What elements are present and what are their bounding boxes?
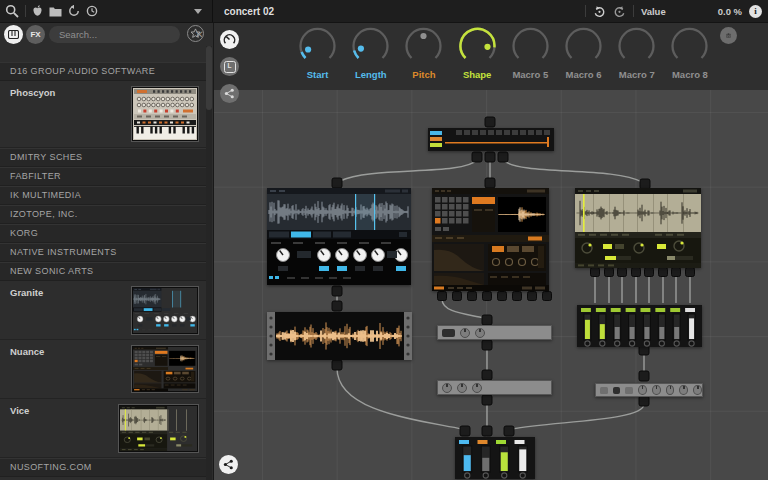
perform-view-button[interactable] [220,30,239,49]
favorites-button[interactable] [187,25,204,42]
node-audio-recorder[interactable] [267,312,412,360]
plugin-item-nuance[interactable]: Nuance [0,340,206,399]
graph-overlay-button[interactable] [219,455,238,474]
patch-port[interactable] [485,152,496,163]
plugin-item-granite[interactable]: Granite [0,281,206,340]
instrument-filter-button[interactable] [4,25,23,44]
button-chip[interactable] [625,387,633,394]
vendor-header[interactable]: IK MULTIMEDIA [0,186,206,205]
patch-port[interactable] [482,395,493,406]
patch-port[interactable] [437,291,447,301]
macro-knob-length[interactable]: Length [344,26,397,80]
mini-knob[interactable] [460,328,470,338]
button-chip-active[interactable] [613,387,621,394]
macro-knob-start[interactable]: Start [291,26,344,80]
search-icon[interactable] [5,4,19,18]
patch-port[interactable] [498,152,509,163]
node-utility-2[interactable] [437,380,552,395]
patch-port[interactable] [482,340,493,351]
vendor-header[interactable]: FABFILTER [0,167,206,186]
patch-port[interactable] [497,291,507,301]
patch-port[interactable] [460,426,471,437]
patch-port[interactable] [332,286,343,297]
chevron-down-icon[interactable] [194,9,202,14]
folder-icon[interactable] [49,6,62,17]
vendor-header[interactable]: DMITRY SCHES [0,148,206,167]
macro-knob-macro-7[interactable]: Macro 7 [610,26,663,80]
patch-port[interactable] [639,371,650,382]
patch-port[interactable] [512,291,522,301]
patch-port[interactable] [504,426,515,437]
node-utility-3[interactable] [595,383,703,397]
patch-port[interactable] [639,396,650,407]
macro-knob-pitch[interactable]: Pitch [397,26,450,80]
node-midi-router[interactable] [428,128,554,151]
macro-knob-macro-5[interactable]: Macro 5 [504,26,557,80]
clock-icon[interactable] [86,5,98,17]
vendor-header[interactable]: NATIVE INSTRUMENTS [0,243,206,262]
patch-port[interactable] [482,370,493,381]
scrollbar-handle[interactable] [206,46,212,110]
mini-knob[interactable] [666,385,675,395]
patch-port[interactable] [482,291,492,301]
recent-history-icon[interactable] [68,5,80,17]
button-chip[interactable] [600,387,608,394]
patch-port[interactable] [644,267,654,277]
patch-port[interactable] [332,178,343,189]
node-vice-instrument[interactable] [575,188,701,268]
mini-knob[interactable] [679,385,688,395]
vendor-header[interactable]: KORG [0,224,206,243]
layout-view-button[interactable]: L [220,57,239,76]
audio-unit-icon[interactable] [32,5,43,17]
patch-port[interactable] [467,291,477,301]
search-input[interactable] [49,29,195,40]
session-title[interactable]: concert 02 [224,6,274,17]
node-granite-instrument[interactable] [267,188,411,285]
node-nuance-instrument[interactable] [432,188,549,291]
info-icon[interactable]: i [749,5,762,18]
macro-knob-macro-8[interactable]: Macro 8 [663,26,716,80]
mini-knob[interactable] [457,383,467,393]
patch-port[interactable] [631,267,641,277]
sidebar-scrollbar[interactable] [206,46,212,480]
plugin-item-vice[interactable]: Vice [0,399,206,458]
toggle-chip[interactable] [442,329,455,337]
patch-port[interactable] [590,267,600,277]
patch-port[interactable] [472,152,483,163]
patch-port[interactable] [452,291,462,301]
undo-button[interactable] [593,5,606,18]
node-mixer-4ch[interactable] [455,437,535,479]
redo-button[interactable] [613,5,626,18]
patch-port[interactable] [671,267,681,277]
mini-knob[interactable] [472,383,482,393]
mini-knob[interactable] [652,385,661,395]
vendor-header[interactable]: NUSOFTING.COM [0,458,206,477]
graph-view-button[interactable] [220,84,239,103]
patch-port[interactable] [685,267,695,277]
node-mixer-8ch[interactable] [577,305,702,347]
macro-knob-macro-6[interactable]: Macro 6 [557,26,610,80]
patch-port[interactable] [542,291,552,301]
patch-port[interactable] [617,267,627,277]
vendor-header[interactable]: IZOTOPE, INC. [0,205,206,224]
fx-filter-button[interactable]: FX [26,25,45,44]
vendor-header[interactable]: D16 GROUP AUDIO SOFTWARE [0,62,206,81]
patch-port[interactable] [332,360,343,371]
vendor-header[interactable]: NEW SONIC ARTS [0,262,206,281]
plugin-item-phoscyon[interactable]: Phoscyon [0,81,206,148]
patch-port[interactable] [332,301,343,312]
mini-knob[interactable] [475,328,485,338]
mini-knob[interactable] [693,385,702,395]
macro-knob-shape[interactable]: Shape [451,26,504,80]
patch-port[interactable] [604,267,614,277]
mini-knob[interactable] [442,383,452,393]
patch-port[interactable] [482,426,493,437]
patch-port[interactable] [485,117,496,128]
patch-port[interactable] [527,291,537,301]
node-utility-1[interactable] [437,325,552,340]
mini-knob[interactable] [638,385,647,395]
patch-port[interactable] [482,315,493,326]
patch-port[interactable] [485,178,496,189]
camera-button[interactable] [720,27,737,44]
patch-port[interactable] [658,267,668,277]
